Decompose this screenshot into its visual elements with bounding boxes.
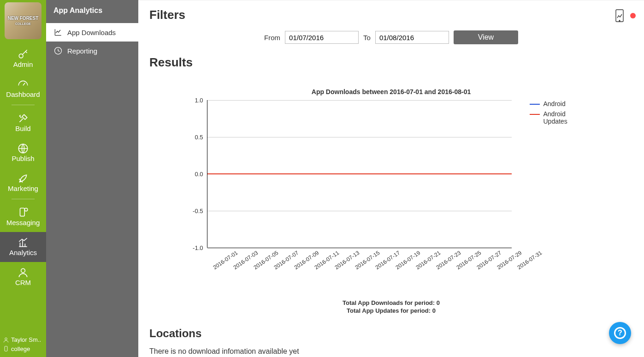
subnav-app-downloads[interactable]: App Downloads bbox=[46, 23, 138, 42]
from-date-input[interactable] bbox=[285, 31, 359, 44]
nav-dashboard[interactable]: Dashboard bbox=[0, 74, 46, 104]
total-updates: Total App Updates for period: 0 bbox=[149, 307, 633, 314]
grid-line bbox=[207, 137, 512, 137]
grid-line bbox=[207, 211, 512, 211]
app-logo[interactable]: NEW FOREST COLLEGE bbox=[5, 2, 41, 39]
help-button[interactable]: ? bbox=[609, 322, 631, 344]
x-axis: 2016-07-012016-07-032016-07-052016-07-07… bbox=[207, 248, 511, 277]
y-tick: 0.0 bbox=[195, 171, 203, 178]
divider bbox=[12, 105, 35, 105]
to-label: To bbox=[363, 34, 371, 42]
y-tick: -1.0 bbox=[193, 244, 203, 251]
user-icon bbox=[3, 337, 9, 343]
locations-heading: Locations bbox=[149, 327, 633, 340]
svg-point-9 bbox=[619, 20, 620, 21]
chart-title: App Downloads between 2016-07-01 and 201… bbox=[184, 88, 599, 95]
svg-rect-8 bbox=[616, 10, 623, 22]
nav-publish[interactable]: Publish bbox=[0, 138, 46, 168]
user-account-row[interactable]: college bbox=[3, 345, 43, 354]
gauge-icon bbox=[1, 78, 45, 90]
line-chart-icon bbox=[53, 28, 63, 37]
nav-label: Admin bbox=[13, 60, 33, 68]
subnav-label: Reporting bbox=[67, 47, 97, 55]
filters-heading: Filters bbox=[149, 8, 633, 22]
sub-sidebar-title: App Analytics bbox=[46, 0, 138, 23]
clock-icon bbox=[53, 46, 63, 55]
plot-area bbox=[207, 100, 511, 248]
legend-swatch bbox=[530, 114, 540, 115]
device-icon bbox=[3, 345, 9, 352]
nav-label: Analytics bbox=[9, 249, 37, 256]
phone-chat-icon bbox=[1, 207, 45, 219]
filters-row: From To View bbox=[149, 30, 633, 44]
y-axis: 1.00.50.0-0.5-1.0 bbox=[184, 100, 207, 248]
chart-legend: AndroidAndroid Updates bbox=[530, 100, 585, 248]
nav-messaging[interactable]: Messaging bbox=[0, 202, 46, 232]
status-dot bbox=[630, 13, 636, 18]
downloads-chart: App Downloads between 2016-07-01 and 201… bbox=[149, 88, 633, 277]
y-tick: 1.0 bbox=[195, 97, 203, 104]
y-tick: 0.5 bbox=[195, 134, 203, 141]
nav-label: Dashboard bbox=[6, 90, 40, 98]
user-name: Taylor Sm.. bbox=[11, 335, 41, 345]
key-icon bbox=[1, 48, 45, 60]
help-icon: ? bbox=[614, 327, 626, 339]
divider bbox=[12, 199, 35, 199]
to-date-input[interactable] bbox=[375, 31, 449, 44]
chart-totals: Total App Downloads for period: 0 Total … bbox=[149, 299, 633, 314]
nav-label: CRM bbox=[15, 279, 31, 286]
svg-point-3 bbox=[24, 208, 28, 211]
nav-analytics[interactable]: Analytics bbox=[0, 232, 46, 262]
subnav-reporting[interactable]: Reporting bbox=[46, 42, 138, 60]
legend-entry: Android Updates bbox=[530, 110, 585, 125]
globe-icon bbox=[1, 143, 45, 155]
legend-label: Android bbox=[544, 100, 566, 107]
device-preview-icon[interactable] bbox=[614, 9, 626, 23]
top-right-icons bbox=[614, 9, 636, 23]
y-tick: -0.5 bbox=[193, 208, 203, 214]
nav-label: Messaging bbox=[6, 219, 40, 226]
rocket-icon bbox=[1, 173, 45, 184]
svg-rect-2 bbox=[20, 208, 25, 216]
logo-text: NEW FOREST bbox=[8, 16, 39, 21]
total-downloads: Total App Downloads for period: 0 bbox=[149, 299, 633, 306]
person-icon bbox=[1, 267, 45, 279]
chart-icon bbox=[1, 237, 45, 249]
sub-sidebar: App Analytics App Downloads Reporting bbox=[46, 0, 138, 357]
logo-subtext: COLLEGE bbox=[15, 22, 31, 25]
nav-marketing[interactable]: Marketing bbox=[0, 168, 46, 198]
svg-rect-6 bbox=[5, 346, 7, 351]
content-area: Filters From To View Results App Downloa… bbox=[138, 0, 644, 357]
legend-label: Android Updates bbox=[544, 110, 585, 125]
nav-label: Publish bbox=[12, 155, 34, 162]
from-label: From bbox=[264, 34, 280, 42]
grid-line bbox=[207, 100, 512, 101]
user-account: college bbox=[11, 345, 30, 354]
nav-label: Marketing bbox=[8, 184, 38, 192]
svg-point-4 bbox=[21, 268, 25, 273]
nav-crm[interactable]: CRM bbox=[0, 262, 46, 292]
svg-point-0 bbox=[19, 54, 23, 58]
svg-point-5 bbox=[5, 338, 7, 340]
user-name-row[interactable]: Taylor Sm.. bbox=[3, 335, 43, 345]
legend-swatch bbox=[530, 104, 540, 105]
user-footer: Taylor Sm.. college bbox=[0, 333, 46, 357]
legend-entry: Android bbox=[530, 100, 585, 107]
series-line bbox=[207, 173, 512, 174]
tools-icon bbox=[1, 113, 45, 125]
nav-admin[interactable]: Admin bbox=[0, 44, 46, 74]
nav-build[interactable]: Build bbox=[0, 108, 46, 138]
results-heading: Results bbox=[149, 55, 633, 70]
main-sidebar: NEW FOREST COLLEGE Admin Dashboard Build… bbox=[0, 0, 46, 357]
subnav-label: App Downloads bbox=[67, 29, 116, 36]
nav-label: Build bbox=[15, 125, 30, 132]
view-button[interactable]: View bbox=[454, 30, 518, 44]
locations-empty-message: There is no download infomation availabl… bbox=[149, 347, 633, 356]
